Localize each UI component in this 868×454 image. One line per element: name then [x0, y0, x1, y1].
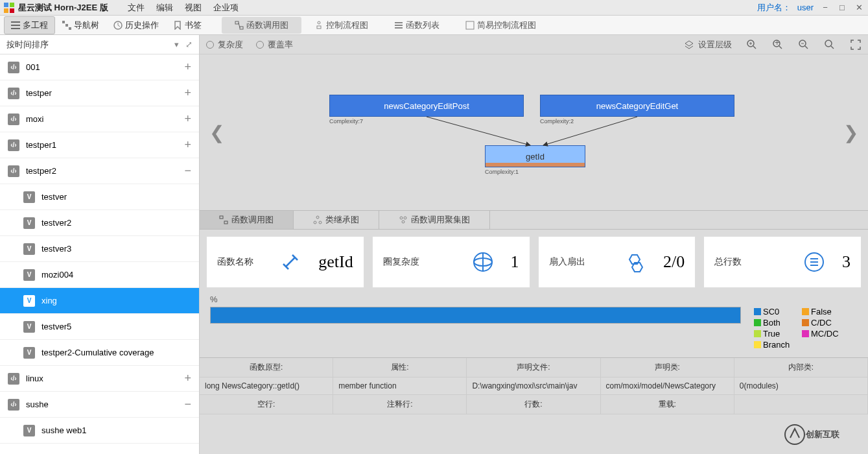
- subtab-call-graph[interactable]: 函数调用图: [200, 211, 294, 229]
- expand-toggle-icon[interactable]: −: [184, 398, 191, 411]
- project-icon: ‹/›: [8, 88, 19, 99]
- app-title: 星云测试 Horn-J2EE 版: [18, 2, 108, 14]
- menu-edit[interactable]: 编辑: [156, 2, 173, 14]
- toolbar-bookmark[interactable]: 书签: [166, 16, 209, 34]
- tree-item[interactable]: ‹/›testper+: [0, 80, 199, 106]
- table-header: 空行:: [200, 395, 333, 414]
- zoom-plus-icon[interactable]: +: [772, 39, 784, 51]
- tab-call-graph[interactable]: 函数调用图: [222, 17, 301, 34]
- svg-rect-19: [466, 21, 474, 29]
- tree-item[interactable]: Vmozi004: [0, 262, 199, 288]
- expand-toggle-icon[interactable]: +: [184, 86, 191, 100]
- expand-icon[interactable]: ⤢: [185, 40, 193, 49]
- project-icon: ‹/›: [8, 399, 19, 411]
- toolbar-history[interactable]: 历史操作: [106, 16, 166, 34]
- tab-func-list[interactable]: 函数列表: [381, 17, 452, 34]
- svg-rect-16: [395, 22, 403, 23]
- svg-point-39: [400, 217, 403, 219]
- tree-item[interactable]: Vtestper2-Cumulative coverage: [0, 340, 199, 366]
- version-icon: V: [23, 321, 35, 333]
- graph-node-editget[interactable]: newsCategoryEditGet: [540, 95, 734, 117]
- tree-item[interactable]: ‹/›linux+: [0, 366, 199, 392]
- fullscreen-icon[interactable]: [850, 39, 862, 51]
- radio-coverage[interactable]: 覆盖率: [256, 39, 293, 51]
- tree-item[interactable]: Vtestver: [0, 184, 199, 210]
- graph-canvas[interactable]: ❮ ❯ newsCategoryEditPost Complexity:7 ne…: [200, 54, 868, 210]
- svg-rect-12: [240, 27, 243, 29]
- minimize-icon[interactable]: −: [820, 3, 830, 13]
- table-header: 重载:: [601, 395, 734, 414]
- layer-setting[interactable]: 设置层级: [684, 39, 732, 51]
- menu-file[interactable]: 文件: [128, 2, 145, 14]
- tab-simple-flow[interactable]: 简易控制流程图: [452, 17, 549, 34]
- complexity-label: Complexity:7: [329, 118, 363, 125]
- table-header: 内部类:: [734, 358, 868, 377]
- tree-item[interactable]: ‹/›moxi+: [0, 106, 199, 132]
- table-cell: 0(modules): [734, 377, 868, 395]
- tree-item[interactable]: Vsushe web1: [0, 418, 199, 444]
- svg-rect-9: [69, 27, 71, 30]
- flow-icon: [314, 21, 323, 30]
- dropdown-icon[interactable]: ▾: [174, 40, 179, 49]
- table-cell: com/moxi/model/NewsCategory: [601, 377, 734, 395]
- legend-item: SC0: [754, 307, 799, 317]
- expand-toggle-icon[interactable]: +: [184, 138, 191, 152]
- tab-control-flow[interactable]: 控制流程图: [301, 17, 381, 34]
- graph-node-editpost[interactable]: newsCategoryEditPost: [329, 95, 524, 117]
- svg-rect-4: [11, 21, 20, 23]
- tree-item[interactable]: ‹/›testper2−: [0, 158, 199, 184]
- toolbar-nav-tree[interactable]: 导航树: [55, 16, 106, 34]
- legend-item: C/DC: [802, 318, 847, 328]
- toolbar: 多工程 导航树 历史操作 书签 函数调用图 控制流程图 函数列表 简易控制流程图: [0, 16, 868, 35]
- svg-rect-3: [10, 8, 14, 13]
- svg-point-40: [404, 217, 406, 219]
- menu-view[interactable]: 视图: [185, 2, 202, 14]
- svg-point-14: [318, 21, 320, 24]
- subtab-cluster[interactable]: 函数调用聚集图: [379, 211, 490, 229]
- tree-item[interactable]: ‹/›001+: [0, 54, 199, 80]
- svg-rect-34: [220, 216, 223, 219]
- card-lines: 总行数3: [703, 236, 862, 288]
- table-header: 行数:: [467, 395, 600, 414]
- tree-item[interactable]: ‹/›sushe−: [0, 392, 199, 418]
- prev-arrow-icon[interactable]: ❮: [209, 122, 224, 143]
- radio-complexity[interactable]: 复杂度: [206, 39, 243, 51]
- card-func-name: 函数名称getId: [206, 236, 364, 288]
- tree-item[interactable]: Vtestver3: [0, 236, 199, 262]
- menu-enterprise[interactable]: 企业项: [213, 2, 239, 14]
- svg-line-28: [805, 46, 808, 49]
- main-menu: 文件 编辑 视图 企业项: [128, 2, 239, 14]
- expand-toggle-icon[interactable]: +: [184, 60, 191, 74]
- tree-label: testper1: [26, 140, 56, 150]
- sort-bar[interactable]: 按时间排序 ▾ ⤢: [0, 35, 199, 54]
- zoom-out-icon[interactable]: [798, 39, 810, 51]
- close-icon[interactable]: ✕: [854, 3, 864, 13]
- expand-toggle-icon[interactable]: −: [184, 164, 191, 178]
- tree-label: testver3: [41, 244, 71, 254]
- tree-item[interactable]: Vxing: [0, 288, 199, 314]
- zoom-in-icon[interactable]: [746, 39, 758, 51]
- expand-toggle-icon[interactable]: +: [184, 112, 191, 126]
- maximize-icon[interactable]: □: [837, 3, 847, 13]
- tree-label: sushe web1: [41, 425, 86, 435]
- svg-line-13: [239, 23, 240, 28]
- subtab-inheritance[interactable]: 类继承图: [294, 211, 379, 229]
- tree-item[interactable]: Vtestver5: [0, 314, 199, 340]
- user-name: user: [797, 3, 814, 12]
- cluster-icon: [399, 215, 408, 224]
- inherit-icon: [313, 215, 322, 224]
- search-icon[interactable]: [824, 39, 836, 51]
- tree-label: testper2: [26, 166, 56, 176]
- tree-item[interactable]: Vtestver2: [0, 210, 199, 236]
- version-icon: V: [23, 347, 35, 359]
- next-arrow-icon[interactable]: ❯: [843, 122, 858, 143]
- legend-swatch: [754, 330, 761, 337]
- tree-label: testper2-Cumulative coverage: [41, 348, 154, 357]
- table-cell: D:\wangxing\moxi\src\main\jav: [467, 377, 600, 395]
- expand-toggle-icon[interactable]: +: [184, 372, 191, 385]
- toolbar-multi-project[interactable]: 多工程: [4, 16, 55, 34]
- tree-item[interactable]: ‹/›testper1+: [0, 132, 199, 158]
- legend-swatch: [802, 330, 809, 337]
- graph-node-getid[interactable]: getId: [485, 145, 585, 167]
- tree-label: testver2: [41, 218, 71, 228]
